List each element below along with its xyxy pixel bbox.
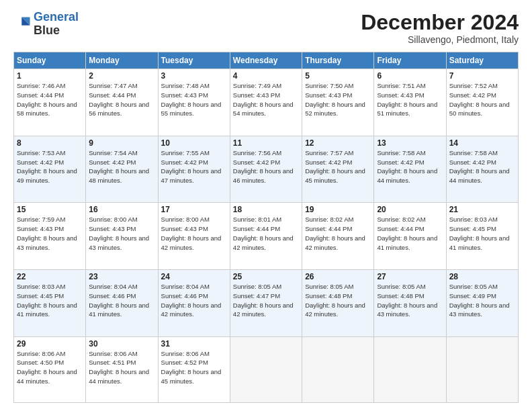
day-number: 28 bbox=[449, 272, 515, 281]
day-info: Sunrise: 7:52 AMSunset: 4:42 PMDaylight:… bbox=[449, 81, 515, 118]
calendar-cell: 9Sunrise: 7:54 AMSunset: 4:42 PMDaylight… bbox=[86, 136, 158, 203]
title-block: December 2024 Sillavengo, Piedmont, Ital… bbox=[361, 11, 519, 45]
logo-icon bbox=[13, 15, 32, 34]
calendar-cell: 7Sunrise: 7:52 AMSunset: 4:42 PMDaylight… bbox=[446, 69, 518, 136]
day-info: Sunrise: 7:54 AMSunset: 4:42 PMDaylight:… bbox=[89, 148, 154, 185]
calendar-cell: 5Sunrise: 7:50 AMSunset: 4:43 PMDaylight… bbox=[302, 69, 374, 136]
day-number: 16 bbox=[89, 205, 154, 214]
calendar-cell: 4Sunrise: 7:49 AMSunset: 4:43 PMDaylight… bbox=[230, 69, 302, 136]
day-number: 24 bbox=[161, 272, 227, 281]
day-info: Sunrise: 7:53 AMSunset: 4:42 PMDaylight:… bbox=[17, 148, 83, 185]
day-info: Sunrise: 8:00 AMSunset: 4:43 PMDaylight:… bbox=[161, 215, 227, 252]
day-info: Sunrise: 7:57 AMSunset: 4:42 PMDaylight:… bbox=[305, 148, 371, 185]
day-number: 29 bbox=[17, 339, 83, 349]
calendar-cell bbox=[446, 336, 518, 402]
day-number: 19 bbox=[305, 205, 371, 214]
calendar-cell: 29Sunrise: 8:06 AMSunset: 4:50 PMDayligh… bbox=[14, 336, 86, 402]
calendar-cell: 6Sunrise: 7:51 AMSunset: 4:43 PMDaylight… bbox=[374, 69, 446, 136]
calendar-cell: 2Sunrise: 7:47 AMSunset: 4:44 PMDaylight… bbox=[86, 69, 158, 136]
calendar-cell: 17Sunrise: 8:00 AMSunset: 4:43 PMDayligh… bbox=[158, 203, 230, 270]
col-header-wednesday: Wednesday bbox=[230, 52, 302, 69]
calendar-cell: 27Sunrise: 8:05 AMSunset: 4:48 PMDayligh… bbox=[374, 269, 446, 336]
calendar-cell: 23Sunrise: 8:04 AMSunset: 4:46 PMDayligh… bbox=[86, 269, 158, 336]
calendar-cell: 31Sunrise: 8:06 AMSunset: 4:52 PMDayligh… bbox=[158, 336, 230, 402]
day-number: 25 bbox=[233, 272, 299, 281]
day-number: 1 bbox=[17, 71, 83, 81]
logo-text: General Blue bbox=[34, 11, 79, 38]
col-header-sunday: Sunday bbox=[14, 52, 86, 69]
day-info: Sunrise: 8:04 AMSunset: 4:46 PMDaylight:… bbox=[161, 282, 227, 319]
day-number: 12 bbox=[305, 138, 371, 148]
col-header-thursday: Thursday bbox=[302, 52, 374, 69]
calendar-cell: 22Sunrise: 8:03 AMSunset: 4:45 PMDayligh… bbox=[14, 269, 86, 336]
calendar-cell bbox=[302, 336, 374, 402]
day-number: 14 bbox=[449, 138, 515, 148]
day-number: 7 bbox=[449, 71, 515, 81]
day-info: Sunrise: 7:58 AMSunset: 4:42 PMDaylight:… bbox=[377, 148, 443, 185]
calendar-cell: 16Sunrise: 8:00 AMSunset: 4:43 PMDayligh… bbox=[86, 203, 158, 270]
calendar-cell: 26Sunrise: 8:05 AMSunset: 4:48 PMDayligh… bbox=[302, 269, 374, 336]
col-header-friday: Friday bbox=[374, 52, 446, 69]
calendar-week-row: 15Sunrise: 7:59 AMSunset: 4:43 PMDayligh… bbox=[14, 203, 519, 270]
location-subtitle: Sillavengo, Piedmont, Italy bbox=[361, 34, 519, 45]
calendar-cell bbox=[230, 336, 302, 402]
day-info: Sunrise: 8:03 AMSunset: 4:45 PMDaylight:… bbox=[17, 282, 83, 319]
day-number: 4 bbox=[233, 71, 299, 81]
col-header-tuesday: Tuesday bbox=[158, 52, 230, 69]
day-info: Sunrise: 8:02 AMSunset: 4:44 PMDaylight:… bbox=[377, 215, 443, 252]
day-number: 20 bbox=[377, 205, 443, 214]
day-info: Sunrise: 8:05 AMSunset: 4:48 PMDaylight:… bbox=[305, 282, 371, 319]
day-number: 3 bbox=[161, 71, 227, 81]
calendar-cell: 10Sunrise: 7:55 AMSunset: 4:42 PMDayligh… bbox=[158, 136, 230, 203]
day-number: 18 bbox=[233, 205, 299, 214]
day-number: 27 bbox=[377, 272, 443, 281]
day-number: 5 bbox=[305, 71, 371, 81]
calendar-cell: 14Sunrise: 7:58 AMSunset: 4:42 PMDayligh… bbox=[446, 136, 518, 203]
day-number: 13 bbox=[377, 138, 443, 148]
calendar-week-row: 1Sunrise: 7:46 AMSunset: 4:44 PMDaylight… bbox=[14, 69, 519, 136]
calendar-header-row: SundayMondayTuesdayWednesdayThursdayFrid… bbox=[14, 52, 519, 69]
calendar-cell: 28Sunrise: 8:05 AMSunset: 4:49 PMDayligh… bbox=[446, 269, 518, 336]
calendar-cell: 24Sunrise: 8:04 AMSunset: 4:46 PMDayligh… bbox=[158, 269, 230, 336]
day-info: Sunrise: 8:06 AMSunset: 4:52 PMDaylight:… bbox=[161, 349, 227, 386]
day-number: 2 bbox=[89, 71, 154, 81]
day-number: 30 bbox=[89, 339, 154, 349]
day-info: Sunrise: 8:04 AMSunset: 4:46 PMDaylight:… bbox=[89, 282, 154, 319]
day-number: 21 bbox=[449, 205, 515, 214]
calendar-table: SundayMondayTuesdayWednesdayThursdayFrid… bbox=[13, 52, 519, 403]
day-number: 15 bbox=[17, 205, 83, 214]
calendar-cell: 13Sunrise: 7:58 AMSunset: 4:42 PMDayligh… bbox=[374, 136, 446, 203]
col-header-saturday: Saturday bbox=[446, 52, 518, 69]
calendar-cell: 12Sunrise: 7:57 AMSunset: 4:42 PMDayligh… bbox=[302, 136, 374, 203]
calendar-week-row: 8Sunrise: 7:53 AMSunset: 4:42 PMDaylight… bbox=[14, 136, 519, 203]
calendar-cell: 11Sunrise: 7:56 AMSunset: 4:42 PMDayligh… bbox=[230, 136, 302, 203]
day-number: 6 bbox=[377, 71, 443, 81]
day-info: Sunrise: 7:51 AMSunset: 4:43 PMDaylight:… bbox=[377, 81, 443, 118]
calendar-cell: 19Sunrise: 8:02 AMSunset: 4:44 PMDayligh… bbox=[302, 203, 374, 270]
day-info: Sunrise: 7:59 AMSunset: 4:43 PMDaylight:… bbox=[17, 215, 83, 252]
calendar-cell bbox=[374, 336, 446, 402]
day-info: Sunrise: 8:06 AMSunset: 4:51 PMDaylight:… bbox=[89, 349, 154, 386]
calendar-cell: 20Sunrise: 8:02 AMSunset: 4:44 PMDayligh… bbox=[374, 203, 446, 270]
day-info: Sunrise: 8:05 AMSunset: 4:49 PMDaylight:… bbox=[449, 282, 515, 319]
calendar-week-row: 22Sunrise: 8:03 AMSunset: 4:45 PMDayligh… bbox=[14, 269, 519, 336]
calendar-cell: 30Sunrise: 8:06 AMSunset: 4:51 PMDayligh… bbox=[86, 336, 158, 402]
day-info: Sunrise: 8:00 AMSunset: 4:43 PMDaylight:… bbox=[89, 215, 154, 252]
day-number: 23 bbox=[89, 272, 154, 281]
day-number: 8 bbox=[17, 138, 83, 148]
calendar-week-row: 29Sunrise: 8:06 AMSunset: 4:50 PMDayligh… bbox=[14, 336, 519, 402]
day-info: Sunrise: 7:47 AMSunset: 4:44 PMDaylight:… bbox=[89, 81, 154, 118]
calendar-cell: 15Sunrise: 7:59 AMSunset: 4:43 PMDayligh… bbox=[14, 203, 86, 270]
calendar-cell: 3Sunrise: 7:48 AMSunset: 4:43 PMDaylight… bbox=[158, 69, 230, 136]
day-info: Sunrise: 7:50 AMSunset: 4:43 PMDaylight:… bbox=[305, 81, 371, 118]
day-number: 22 bbox=[17, 272, 83, 281]
logo: General Blue bbox=[13, 11, 79, 38]
day-number: 9 bbox=[89, 138, 154, 148]
day-info: Sunrise: 8:03 AMSunset: 4:45 PMDaylight:… bbox=[449, 215, 515, 252]
day-info: Sunrise: 7:49 AMSunset: 4:43 PMDaylight:… bbox=[233, 81, 299, 118]
day-info: Sunrise: 7:55 AMSunset: 4:42 PMDaylight:… bbox=[161, 148, 227, 185]
day-number: 17 bbox=[161, 205, 227, 214]
day-info: Sunrise: 8:05 AMSunset: 4:48 PMDaylight:… bbox=[377, 282, 443, 319]
calendar-cell: 21Sunrise: 8:03 AMSunset: 4:45 PMDayligh… bbox=[446, 203, 518, 270]
day-number: 31 bbox=[161, 339, 227, 349]
